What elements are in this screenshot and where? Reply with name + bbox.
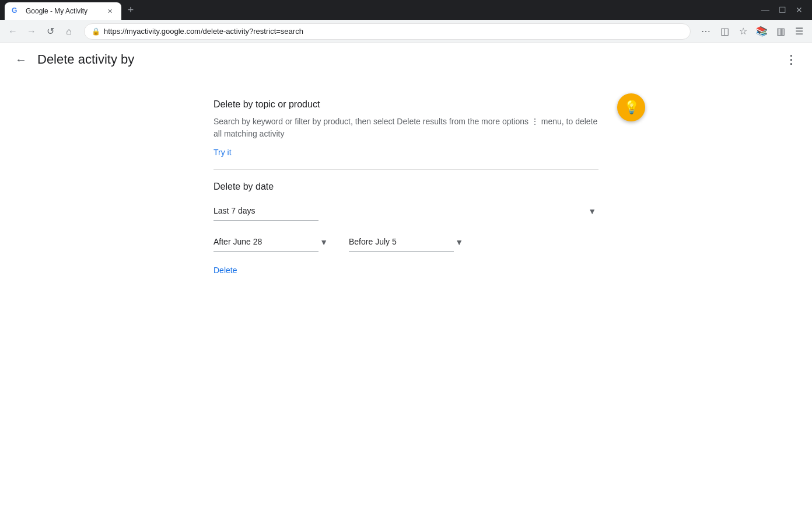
address-bar[interactable]: 🔒 https://myactivity.google.com/delete-a… (84, 23, 691, 40)
google-favicon-icon: G (12, 6, 21, 16)
tab-favicon: G (12, 6, 21, 16)
date-range-dropdown-arrow: ▼ (588, 207, 596, 216)
menu-button[interactable]: ☰ (791, 23, 807, 40)
before-date-select[interactable]: Before July 5 (349, 232, 454, 252)
topic-desc-part1: Search by keyword or filter by product, … (214, 117, 528, 126)
forward-nav-button[interactable]: → (23, 23, 40, 40)
new-tab-button[interactable]: + (124, 3, 138, 17)
delete-by-topic-section: Delete by topic or product Search by key… (214, 88, 598, 170)
date-sub-row: After June 28 ▼ Before July 5 ▼ (214, 232, 598, 252)
close-button[interactable]: ✕ (796, 5, 803, 15)
tab-bar: G Google - My Activity ✕ + (5, 0, 757, 20)
tab-title: Google - My Activity (26, 7, 100, 15)
after-date-select[interactable]: After June 28 (214, 232, 318, 252)
page-body: Delete by topic or product Search by key… (0, 76, 812, 506)
url-text: https://myactivity.google.com/delete-act… (104, 27, 683, 36)
extensions-button[interactable]: ⋯ (698, 23, 714, 40)
library-button[interactable]: 📚 (754, 23, 770, 40)
toolbar: ← → ↺ ⌂ 🔒 https://myactivity.google.com/… (0, 20, 812, 43)
delete-button[interactable]: Delete (214, 266, 598, 275)
delete-by-date-section: Delete by date Last 7 days ▼ After June … (214, 170, 598, 287)
after-date-wrapper: After June 28 ▼ (214, 232, 330, 252)
before-date-dropdown-arrow: ▼ (455, 238, 463, 247)
after-date-dropdown-arrow: ▼ (320, 238, 328, 247)
date-range-select[interactable]: Last 7 days (214, 201, 318, 221)
page: ← Delete activity by ⋮ Delete by topic o… (0, 43, 812, 506)
pocket-button[interactable]: ◫ (716, 23, 733, 40)
before-date-wrapper: Before July 5 ▼ (349, 232, 466, 252)
lightbulb-icon: 💡 (624, 100, 639, 115)
date-section-title: Delete by date (214, 182, 598, 192)
topic-section-title: Delete by topic or product (214, 99, 598, 110)
bookmark-button[interactable]: ☆ (735, 23, 751, 40)
date-range-wrapper: Last 7 days ▼ (214, 201, 598, 221)
active-tab[interactable]: G Google - My Activity ✕ (5, 2, 121, 20)
window-controls: — ☐ ✕ (761, 5, 807, 15)
reload-button[interactable]: ↺ (42, 23, 58, 40)
page-title: Delete activity by (37, 52, 134, 67)
more-options-icon: ⋮ (785, 53, 797, 67)
back-nav-button[interactable]: ← (5, 23, 21, 40)
sidebar-button[interactable]: ▥ (772, 23, 789, 40)
tab-close-button[interactable]: ✕ (105, 6, 114, 16)
maximize-button[interactable]: ☐ (779, 5, 786, 15)
page-back-button[interactable]: ← (9, 48, 33, 71)
home-button[interactable]: ⌂ (61, 23, 77, 40)
title-bar: G Google - My Activity ✕ + — ☐ ✕ (0, 0, 812, 20)
topic-dots-icon: ⋮ (531, 117, 541, 126)
minimize-button[interactable]: — (761, 5, 769, 15)
more-options-button[interactable]: ⋮ (779, 48, 803, 71)
security-lock-icon: 🔒 (92, 27, 100, 36)
try-it-link[interactable]: Try it (214, 148, 232, 157)
page-header: ← Delete activity by ⋮ (0, 43, 812, 76)
lightbulb-button[interactable]: 💡 (617, 93, 645, 121)
toolbar-actions: ⋯ ◫ ☆ 📚 ▥ ☰ (698, 23, 807, 40)
content-card: Delete by topic or product Search by key… (214, 88, 598, 287)
topic-section-description: Search by keyword or filter by product, … (214, 116, 598, 140)
